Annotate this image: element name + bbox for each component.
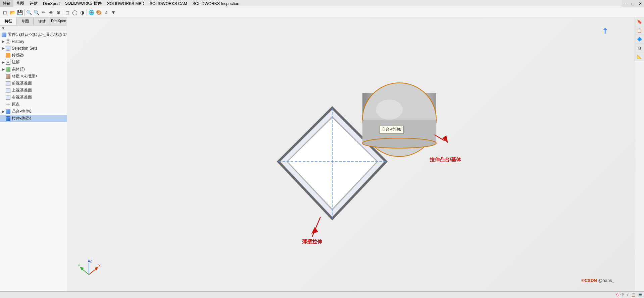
selection-sets-icon xyxy=(5,46,11,51)
menu-features[interactable]: 特征 xyxy=(0,0,13,7)
part-icon xyxy=(1,32,7,38)
toolbar-icon-8[interactable]: ◑ xyxy=(79,9,86,16)
tab-dimxpert[interactable]: DimXpert xyxy=(50,17,67,25)
svg-text:Y: Y xyxy=(78,264,80,268)
tree-item-solid-bodies[interactable]: ▶ 实体(2) xyxy=(0,66,67,73)
top-plane-icon xyxy=(5,88,11,93)
menu-sw-inspection[interactable]: SOLIDWORKS Inspection xyxy=(190,1,242,7)
toolbar-icon-11[interactable]: 🖥 xyxy=(102,9,110,16)
extrude8-icon xyxy=(5,109,11,114)
tree-item-selection-sets[interactable]: ▶ Selection Sets xyxy=(0,45,67,52)
solid-bodies-icon xyxy=(5,67,11,72)
svg-marker-22 xyxy=(442,135,448,143)
close-button[interactable]: ✕ xyxy=(637,0,644,7)
toolbar-dropdown-1[interactable]: ▼ xyxy=(110,9,117,16)
tab-sketch[interactable]: 草图 xyxy=(17,17,34,25)
menu-sw-cam[interactable]: SOLIDWORKS CAM xyxy=(147,1,190,7)
filter-bar: ▼ xyxy=(0,25,67,31)
tree-item-history[interactable]: ▶ ⌚ History xyxy=(0,38,67,45)
status-icon-4: 📋 xyxy=(631,293,636,297)
toolbar-icon-9[interactable]: 🌐 xyxy=(88,9,95,16)
right-panel-icon-2[interactable]: 📋 xyxy=(635,26,644,35)
toolbar-icon-4[interactable]: ⊕ xyxy=(47,9,55,16)
toolbar-new-icon[interactable]: ◻ xyxy=(1,9,9,16)
right-plane-icon xyxy=(5,95,11,100)
status-icon-3: ✓ xyxy=(626,293,629,297)
toolbar-sep-3 xyxy=(87,9,87,16)
main-viewport[interactable]: ↗ xyxy=(67,17,635,291)
svg-point-16 xyxy=(362,138,436,148)
tree-item-thin-extrude4[interactable]: ▶ 拉伸-薄壁4 xyxy=(0,115,67,122)
menu-sw-addins[interactable]: SOLIDWORKS 插件 xyxy=(62,0,104,7)
top-plane-label: 上视基准面 xyxy=(12,87,32,93)
panel-splitter[interactable] xyxy=(67,17,68,291)
tree-item-origin[interactable]: ▶ 原点 xyxy=(0,101,67,108)
solid-bodies-arrow: ▶ xyxy=(1,68,5,71)
tree-item-annotations[interactable]: ▶ A 注解 xyxy=(0,59,67,66)
solid-bodies-label: 实体(2) xyxy=(12,66,25,72)
material-label: 材质 <未指定> xyxy=(12,73,38,79)
svg-text:X: X xyxy=(98,264,101,268)
3d-scene-svg xyxy=(67,17,635,291)
right-panel-icon-3[interactable]: 🔷 xyxy=(635,35,644,44)
toolbar-icon-6[interactable]: ◻ xyxy=(64,9,71,16)
annotations-arrow: ▶ xyxy=(1,61,5,64)
toolbar-sep-1 xyxy=(24,9,24,16)
restore-button[interactable]: ◻ xyxy=(629,0,637,7)
tree-item-sensors[interactable]: ▶ 传感器 xyxy=(0,52,67,59)
svg-point-17 xyxy=(376,100,403,120)
tab-evaluate[interactable]: 评估 xyxy=(34,17,50,25)
tree-item-extrude8[interactable]: ▶ 凸台-拉伸8 xyxy=(0,108,67,115)
extrude8-arrow: ▶ xyxy=(1,110,5,113)
status-icon-2: 中 xyxy=(621,292,624,297)
right-panel-icon-1[interactable]: 🔖 xyxy=(635,17,644,26)
toolbar-icon-3[interactable]: ✏ xyxy=(40,9,47,16)
statusbar: S 中 ✓ 📋 💻 xyxy=(0,291,644,298)
sensors-label: 传感器 xyxy=(12,52,24,58)
right-panel-icon-5[interactable]: 📐 xyxy=(635,52,644,61)
left-panel: 特征 草图 评估 DimXpert ▼ 零件1 (默认<<默认>_显示状态 1>… xyxy=(0,17,67,291)
front-plane-label: 前视基准面 xyxy=(12,80,32,86)
tree-item-top-plane[interactable]: ▶ 上视基准面 xyxy=(0,87,67,94)
thin-extrude4-arrow: ▶ xyxy=(1,117,5,120)
front-plane-arrow: ▶ xyxy=(1,82,5,85)
canvas-area[interactable]: ↗ xyxy=(67,17,635,291)
right-plane-arrow: ▶ xyxy=(1,96,5,99)
material-icon xyxy=(5,74,11,79)
axis-indicator-svg: X Y Z xyxy=(77,258,101,281)
tree-item-front-plane[interactable]: ▶ 前视基准面 xyxy=(0,80,67,87)
selection-sets-arrow: ▶ xyxy=(1,47,5,50)
tree-item-material[interactable]: ▶ 材质 <未指定> xyxy=(0,73,67,80)
menu-sketch[interactable]: 草图 xyxy=(13,0,27,7)
right-panel: 🔖 📋 🔷 ◑ 📐 xyxy=(635,17,644,61)
thin-extrude4-label: 拉伸-薄壁4 xyxy=(12,116,32,121)
toolbar-save-icon[interactable]: 💾 xyxy=(16,9,23,16)
feature-tooltip: 凸台-拉伸8 xyxy=(379,126,404,133)
toolbar-sep-2 xyxy=(63,9,63,16)
menubar: 特征 草图 评估 DimXpert SOLIDWORKS 插件 SOLIDWOR… xyxy=(0,0,644,7)
history-label: History xyxy=(12,39,24,44)
selection-sets-label: Selection Sets xyxy=(12,46,38,51)
toolbar-icon-7[interactable]: ◯ xyxy=(71,9,79,16)
tree-item-right-plane[interactable]: ▶ 右视基准面 xyxy=(0,94,67,101)
menu-evaluate[interactable]: 评估 xyxy=(27,0,40,7)
tab-features[interactable]: 特征 xyxy=(0,17,17,25)
toolbar-icon-1[interactable]: 🔍 xyxy=(25,9,33,16)
top-plane-arrow: ▶ xyxy=(1,89,5,92)
annotations-label: 注解 xyxy=(12,59,20,65)
sensors-icon xyxy=(5,53,11,58)
thin-extrude4-icon xyxy=(5,116,11,121)
part-name-label: 零件1 (默认<<默认>_显示状态 1>) xyxy=(8,32,67,38)
minimize-button[interactable]: ─ xyxy=(622,0,629,7)
status-icon-5: 💻 xyxy=(638,293,643,297)
extrude8-label: 凸台-拉伸8 xyxy=(12,109,32,114)
toolbar-icon-5[interactable]: ⚙ xyxy=(55,9,62,16)
origin-arrow: ▶ xyxy=(1,103,5,106)
toolbar-icon-2[interactable]: 🔍 xyxy=(33,9,40,16)
right-panel-icon-4[interactable]: ◑ xyxy=(635,44,644,52)
menu-dimxpert[interactable]: DimXpert xyxy=(40,1,62,7)
toolbar-icon-10[interactable]: 🎨 xyxy=(95,9,102,16)
menu-sw-mbd[interactable]: SOLIDWORKS MBD xyxy=(104,1,147,7)
part-root[interactable]: 零件1 (默认<<默认>_显示状态 1>) xyxy=(0,31,67,38)
toolbar-open-icon[interactable]: 📂 xyxy=(9,9,16,16)
